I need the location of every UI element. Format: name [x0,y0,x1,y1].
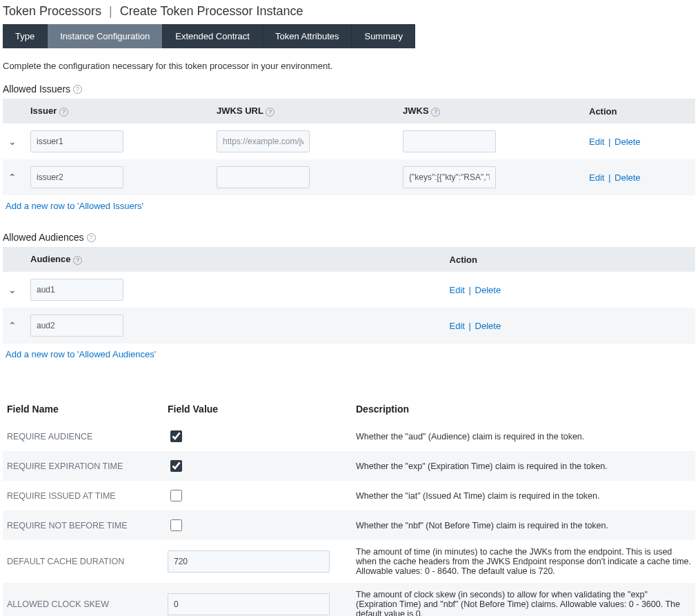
row-reorder-handle[interactable]: ⌃ [3,159,25,195]
tab-instance-configuration[interactable]: Instance Configuration [48,24,163,48]
breadcrumb: Token Processors | Create Token Processo… [3,4,695,19]
field-description: Whether the "iat" (Issued At Time) claim… [352,481,695,510]
delete-link[interactable]: Delete [615,172,641,183]
row-reorder-handle[interactable]: ⌄ [3,123,25,159]
jwks-input[interactable] [403,166,496,188]
col-issuer: Issuer ? [25,99,211,123]
action-separator: | [606,137,613,147]
field-name: ALLOWED CLOCK SKEW [3,583,163,616]
col-field-name: Field Name [3,397,163,421]
help-icon[interactable]: ? [73,256,82,265]
intro-text: Complete the configuration necessary for… [3,61,695,71]
table-row: REQUIRE AUDIENCEWhether the "aud" (Audie… [3,421,695,451]
col-field-desc: Description [352,397,695,421]
section-title-audiences: Allowed Audiences ? [3,232,695,243]
table-row: DEFAULT CACHE DURATIONThe amount of time… [3,540,695,583]
table-row: REQUIRE ISSUED AT TIMEWhether the "iat" … [3,481,695,510]
row-reorder-handle[interactable]: ⌄ [3,272,25,308]
tab-type[interactable]: Type [3,24,48,48]
col-drag [3,247,25,272]
help-icon[interactable]: ? [266,108,275,117]
help-icon[interactable]: ? [431,108,440,117]
delete-link[interactable]: Delete [475,285,501,295]
action-separator: | [466,321,474,331]
issuer-input[interactable] [30,166,123,188]
delete-link[interactable]: Delete [475,321,501,331]
field-text-input[interactable] [168,550,330,573]
field-name: DEFAULT CACHE DURATION [3,540,163,583]
audiences-title-text: Allowed Audiences [3,232,84,243]
row-reorder-handle[interactable]: ⌃ [3,308,25,344]
table-row: ⌃Edit | Delete [3,159,695,195]
col-action: Action [444,247,695,272]
tab-summary[interactable]: Summary [352,24,415,48]
col-action: Action [584,99,695,123]
issuers-table: Issuer ? JWKS URL ? JWKS ? Action ⌄Edit … [3,99,695,195]
tab-token-attributes[interactable]: Token Attributes [263,24,352,48]
col-jwks-label: JWKS [403,106,429,116]
action-separator: | [466,285,474,295]
col-field-value: Field Value [163,397,352,421]
delete-link[interactable]: Delete [615,137,641,147]
help-icon[interactable]: ? [73,85,82,94]
field-description: Whether the "aud" (Audience) claim is re… [352,421,695,451]
breadcrumb-parent[interactable]: Token Processors [3,4,101,18]
wizard-tabs: TypeInstance ConfigurationExtended Contr… [3,24,695,48]
col-audience-label: Audience [30,254,71,264]
col-issuer-label: Issuer [30,106,57,116]
table-row: ⌄Edit | Delete [3,272,695,308]
field-description: The amount of time (in minutes) to cache… [352,540,695,583]
audience-input[interactable] [30,315,123,337]
col-jwks: JWKS ? [397,99,584,123]
add-audience-row-link[interactable]: Add a new row to 'Allowed Audiences' [6,349,156,359]
jwks-input[interactable] [403,130,496,152]
help-icon[interactable]: ? [59,108,68,117]
issuer-input[interactable] [30,130,123,152]
table-row: ALLOWED CLOCK SKEWThe amount of clock sk… [3,583,695,616]
edit-link[interactable]: Edit [450,321,465,331]
col-drag [3,99,25,123]
field-name: REQUIRE AUDIENCE [3,421,163,451]
edit-link[interactable]: Edit [589,172,604,183]
edit-link[interactable]: Edit [589,137,604,147]
field-checkbox[interactable] [170,490,182,501]
help-icon[interactable]: ? [87,233,96,242]
table-row: ⌃Edit | Delete [3,308,695,344]
audience-input[interactable] [30,279,123,301]
audiences-table: Audience ? Action ⌄Edit | Delete⌃Edit | … [3,247,695,344]
col-jwks-url-label: JWKS URL [217,106,263,116]
field-name: REQUIRE NOT BEFORE TIME [3,510,163,540]
field-checkbox[interactable] [170,430,182,442]
field-name: REQUIRE ISSUED AT TIME [3,481,163,510]
jwks-url-input[interactable] [217,130,310,152]
field-name: REQUIRE EXPIRATION TIME [3,451,163,481]
edit-link[interactable]: Edit [450,285,465,295]
field-description: Whether the "nbf" (Not Before Time) clai… [352,510,695,540]
action-separator: | [606,172,613,183]
jwks-url-input[interactable] [217,166,310,188]
add-issuer-row-link[interactable]: Add a new row to 'Allowed Issuers' [6,201,143,211]
fields-table: Field Name Field Value Description REQUI… [3,397,695,616]
field-description: The amount of clock skew (in seconds) to… [352,583,695,616]
field-description: Whether the "exp" (Expiration Time) clai… [352,451,695,481]
table-row: REQUIRE EXPIRATION TIMEWhether the "exp"… [3,451,695,481]
tab-extended-contract[interactable]: Extended Contract [163,24,263,48]
field-checkbox[interactable] [170,519,182,531]
field-text-input[interactable] [168,593,330,615]
section-title-issuers: Allowed Issuers ? [3,83,695,95]
breadcrumb-separator: | [109,4,112,18]
field-checkbox[interactable] [170,460,182,472]
table-row: ⌄Edit | Delete [3,123,695,159]
col-audience: Audience ? [25,247,444,272]
issuers-title-text: Allowed Issuers [3,83,70,95]
breadcrumb-current: Create Token Processor Instance [120,4,303,18]
table-row: REQUIRE NOT BEFORE TIMEWhether the "nbf"… [3,510,695,540]
col-jwks-url: JWKS URL ? [211,99,397,123]
